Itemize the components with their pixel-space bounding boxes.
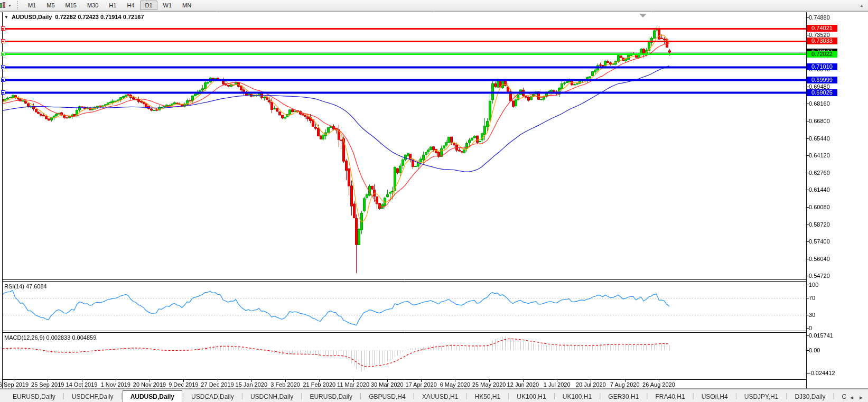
tab-ger30-h1[interactable]: GER30,H1 bbox=[601, 391, 646, 402]
tab-xauusd-h1[interactable]: XAUUSD,H1 bbox=[415, 391, 466, 402]
tab-hk50-h1[interactable]: HK50,H1 bbox=[468, 391, 508, 402]
tab-usoil-h4[interactable]: USOil,H4 bbox=[694, 391, 735, 402]
price-chart-canvas[interactable] bbox=[0, 0, 868, 402]
tab-gbpusd-h4[interactable]: GBPUSD,H4 bbox=[361, 391, 413, 402]
tab-dj30-daily[interactable]: DJ30,Daily bbox=[787, 391, 833, 402]
tab-strip: EURUSD,Daily|USDCHF,Daily|AUDUSD,Daily|U… bbox=[0, 389, 847, 402]
tab-eurusd-daily[interactable]: EURUSD,Daily bbox=[302, 391, 360, 402]
tab-scroll-left-icon[interactable]: ◄ bbox=[849, 395, 854, 400]
tab-usdchf-daily[interactable]: USDCHF,Daily bbox=[64, 391, 121, 402]
tab-scroll-right-icon[interactable]: ► bbox=[858, 395, 864, 400]
tab-china300-h1[interactable]: CHINA300,H1 bbox=[835, 391, 847, 402]
tab-eurusd-daily[interactable]: EURUSD,Daily bbox=[5, 391, 63, 402]
tab-usdcad-daily[interactable]: USDCAD,Daily bbox=[184, 391, 241, 402]
chart-tab-bar: EURUSD,Daily|USDCHF,Daily|AUDUSD,Daily|U… bbox=[0, 389, 868, 402]
tab-usdjpy-h1[interactable]: USDJPY,H1 bbox=[737, 391, 786, 402]
tab-uk100-h1[interactable]: UK100,H1 bbox=[555, 391, 599, 402]
tab-usdcnh-daily[interactable]: USDCNH,Daily bbox=[243, 391, 301, 402]
tab-fra40-h1[interactable]: FRA40,H1 bbox=[648, 391, 692, 402]
tab-audusd-daily[interactable]: AUDUSD,Daily bbox=[123, 390, 182, 402]
tab-uk100-h1[interactable]: UK100,H1 bbox=[509, 391, 553, 402]
